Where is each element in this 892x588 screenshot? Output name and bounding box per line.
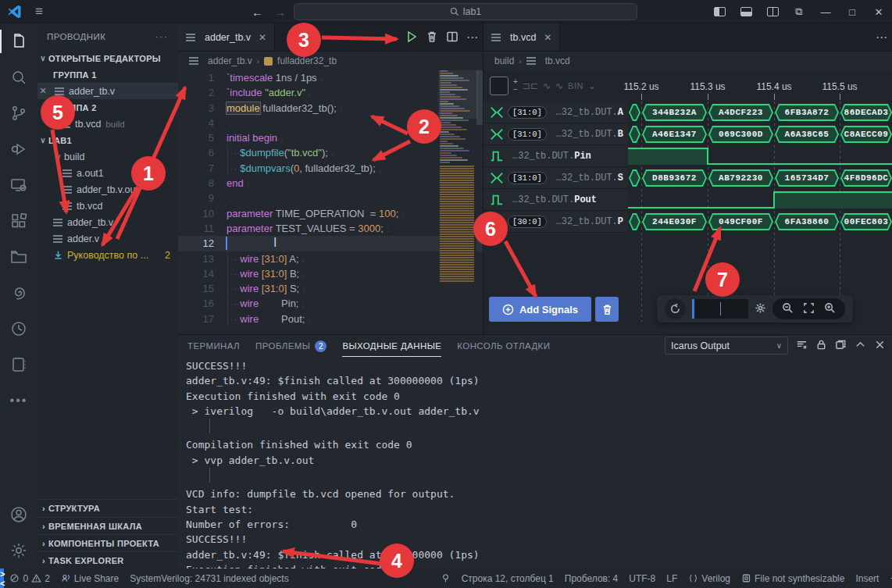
guide-item[interactable]: Руководство по ...2 [37,247,178,263]
file-tb-vcd[interactable]: tb.vcd [37,198,178,214]
waveform-breadcrumb[interactable]: build › tb.vcd [483,52,892,70]
status-language-mode[interactable]: Verilog [683,573,736,584]
section-компоненты-проекта[interactable]: ›КОМПОНЕНТЫ ПРОЕКТА [37,534,178,551]
more-actions-icon[interactable]: ⋯ [466,30,478,45]
forward-icon[interactable]: → [274,5,286,19]
status-systemverilog-index[interactable]: SystemVerilog: 24731 indexed objects [124,573,294,584]
status-live-share[interactable]: Live Share [55,573,124,584]
code-line[interactable]: 11parameter TEST_VALUES = 3000;↓ [178,221,483,236]
panel-tab-выходные-данные[interactable]: ВЫХОДНЫЕ ДАННЫЕ [342,335,441,357]
chevron-down-icon[interactable]: ⌄ [588,80,596,91]
settings-gear-icon[interactable] [755,302,766,316]
file-adder-v[interactable]: adder.v [37,230,178,247]
breadcrumb[interactable]: adder_tb.v › fulladder32_tb [178,52,483,70]
status-anchor[interactable] [435,573,456,583]
refresh-button[interactable] [665,298,686,319]
section-временная-шкала[interactable]: ›ВРЕМЕННАЯ ШКАЛА [37,517,178,534]
account-icon[interactable] [0,497,37,533]
code-line[interactable]: 6····$dumpfile("tb.vcd");↓ [178,145,483,160]
panel-tab-терминал[interactable]: ТЕРМИНАЛ [187,335,240,357]
add-signals-button[interactable]: Add Signals [489,297,591,322]
close-button[interactable]: ✕ [865,0,892,23]
status-encoding[interactable]: UTF-8 [623,573,661,584]
code-line[interactable]: 8end↓ [178,176,483,191]
split-editor-icon[interactable] [446,30,458,45]
tab-close-icon[interactable]: ✕ [259,32,266,43]
remote-explorer-icon[interactable] [0,167,37,203]
code-line[interactable]: 10parameter TIME_OPERATION = 100;↓ [178,206,483,221]
analog-wave-icon[interactable]: ∿ [543,80,551,91]
tab-close-icon[interactable]: ✕ [544,32,551,43]
status-insert-mode[interactable]: Insert [850,573,884,584]
status-synthesizable[interactable]: File not synthesizable [736,573,850,584]
code-editor[interactable]: 1`timescale 1ns / 1ps↓2`include "adder.v… [178,70,483,334]
toggle-panel-icon[interactable] [733,0,759,23]
spiral-icon[interactable] [0,275,37,311]
notebook-icon[interactable] [0,347,37,383]
section-структура[interactable]: ›СТРУКТУРА [37,500,178,517]
radix-select[interactable]: BIN [568,81,583,91]
minimap-slider[interactable] [438,70,478,119]
code-line[interactable]: 14····wire [31:0] B;↓ [178,266,483,281]
explorer-icon[interactable] [0,23,37,59]
status-problems[interactable]: 02 [4,573,55,584]
command-center-search[interactable]: lab1 [294,3,637,20]
status-spell[interactable]: Spell [884,573,892,584]
zoom-out-icon[interactable] [782,302,794,316]
run-button[interactable] [405,30,418,45]
code-line[interactable]: 16····wire Pin;↓ [178,296,483,311]
close-panel-icon[interactable] [874,339,886,353]
trash-icon[interactable] [426,30,438,45]
section-open-editors[interactable]: ∨ОТКРЫТЫЕ РЕДАКТОРЫ [37,50,178,66]
customize-layout-icon[interactable]: ⧉ [786,0,812,23]
zoom-out-row-icon[interactable]: − [513,86,518,94]
toggle-sidebar-icon[interactable] [706,0,733,23]
editor-scrollbar[interactable] [476,70,483,125]
settings-icon[interactable] [0,533,37,568]
minimize-button[interactable]: — [812,0,839,23]
tab-adder-tb[interactable]: adder_tb.v ✕ [178,23,275,51]
tab-tb-vcd[interactable]: tb.vcd ✕ [483,23,560,51]
search-icon[interactable] [0,59,37,95]
code-line[interactable]: 9↓ [178,191,483,205]
signal-row-b[interactable]: [31:0]…32_tb.DUT.BA46E1347069C300DA6A38C… [483,123,892,145]
signal-row-pin[interactable]: …32_tb.DUT.Pin [483,145,892,167]
file-adder-tb-v[interactable]: adder_tb.v [37,214,178,230]
output-channel-select[interactable]: Icarus Output∨ [665,337,788,355]
clear-output-icon[interactable] [796,339,808,353]
code-line[interactable]: 7····$dumpvars(0, fulladder32_tb);↓ [178,161,483,176]
more-icon[interactable]: ••• [0,383,37,419]
run-debug-icon[interactable] [0,131,37,167]
lock-icon[interactable] [815,339,827,353]
section-task-explorer[interactable]: ›TASK EXPLORER [37,551,178,568]
extensions-icon[interactable] [0,203,37,239]
analog-wave2-icon[interactable]: ∿ [555,80,563,91]
signal-row-s[interactable]: [31:0]…32_tb.DUT.SD8B93672AB792230165734… [483,167,892,189]
code-line[interactable]: 2`include "adder.v"↓ [178,85,483,100]
back-icon[interactable]: ← [252,5,263,19]
toggle-secondary-sidebar-icon[interactable] [759,0,786,23]
time-input[interactable] [692,299,748,319]
code-line[interactable]: 3module fulladder32_tb();↓ [178,101,483,116]
panel-tab-консоль-отладки[interactable]: КОНСОЛЬ ОТЛАДКИ [457,335,550,357]
delete-signals-button[interactable] [595,297,619,322]
open-in-editor-icon[interactable] [835,339,847,353]
menu-icon[interactable]: ≡ [35,4,43,20]
maximize-panel-icon[interactable] [855,339,866,353]
code-line[interactable]: 12 [178,236,483,251]
source-control-icon[interactable] [0,95,37,131]
zoom-fit-icon[interactable] [803,302,815,316]
status-eol[interactable]: LF [661,573,683,584]
project-folder-icon[interactable] [0,239,37,275]
code-line[interactable]: 15····wire [31:0] S;↓ [178,281,483,296]
zoom-in-icon[interactable] [824,302,836,316]
status-cursor-position[interactable]: Строка 12, столбец 1 [456,573,559,584]
maximize-button[interactable]: □ [839,0,865,23]
code-line[interactable]: 13····wire [31:0] A;↓ [178,251,483,266]
terminal-output[interactable]: SUCCESS!!!adder_tb.v:49: $finish called … [186,358,889,568]
workspace-root-lab1[interactable]: ∨LAB1 [37,132,178,148]
timing-icon[interactable] [0,311,37,347]
signal-row-a[interactable]: [31:0]…32_tb.DUT.A344B232AA4DCF2236FB3A8… [483,102,892,123]
signal-row-pout[interactable]: …32_tb.DUT.Pout [483,189,892,211]
bus-format-icon[interactable]: ⊐⊏ [523,80,538,91]
